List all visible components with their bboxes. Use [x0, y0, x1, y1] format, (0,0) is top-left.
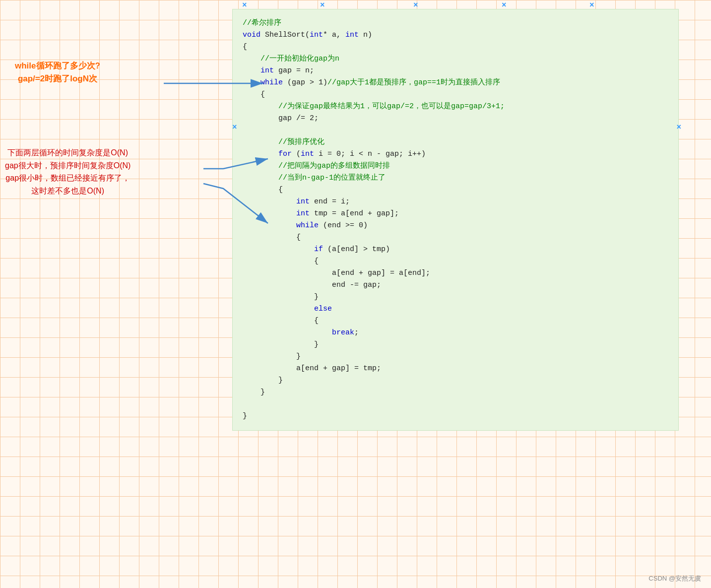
code-line-7: {: [243, 89, 668, 101]
code-line-26: {: [243, 315, 668, 327]
annotations-panel: while循环跑了多少次? gap/=2时跑了logN次 下面两层循环的时间复杂…: [0, 0, 232, 588]
code-line-9: gap /= 2;: [243, 113, 668, 125]
code-line-31: }: [243, 375, 668, 387]
x-mark-4: ×: [502, 1, 507, 10]
code-line-13: //把间隔为gap的多组数据同时排: [243, 160, 668, 172]
complexity-annotation: 下面两层循环的时间复杂度是O(N) gap很大时，预排序时间复杂度O(N) ga…: [5, 146, 130, 197]
x-mark-2: ×: [320, 1, 325, 10]
while-line1: while循环跑了多少次?: [15, 60, 100, 72]
code-line-1: //希尔排序: [243, 17, 668, 29]
code-line-3: {: [243, 41, 668, 53]
watermark: CSDN @安然无虞: [648, 574, 701, 583]
complexity-line3: gap很小时，数组已经接近有序了，: [5, 172, 130, 185]
code-line-10: [243, 125, 668, 136]
code-line-28: }: [243, 339, 668, 351]
code-block: //希尔排序 void ShellSort(int* a, int n) { /…: [232, 9, 679, 431]
code-line-25: else: [243, 303, 668, 315]
code-line-12: for (int i = 0; i < n - gap; i++): [243, 148, 668, 160]
x-mark-3: ×: [413, 1, 418, 10]
code-line-33: [243, 398, 668, 410]
code-line-6: while (gap > 1)//gap大于1都是预排序，gap==1时为直接插…: [243, 77, 668, 89]
code-line-22: a[end + gap] = a[end];: [243, 267, 668, 279]
code-line-29: }: [243, 351, 668, 363]
code-line-20: if (a[end] > tmp): [243, 244, 668, 256]
code-line-34: }: [243, 410, 668, 422]
x-mark-5: ×: [589, 1, 594, 10]
x-mark-1: ×: [242, 1, 247, 10]
code-line-2: void ShellSort(int* a, int n): [243, 29, 668, 41]
code-line-4: //一开始初始化gap为n: [243, 53, 668, 65]
complexity-line2: gap很大时，预排序时间复杂度O(N): [5, 159, 130, 172]
code-line-17: int tmp = a[end + gap];: [243, 208, 668, 220]
code-line-21: {: [243, 256, 668, 267]
code-line-5: int gap = n;: [243, 65, 668, 77]
while-annotation: while循环跑了多少次? gap/=2时跑了logN次: [15, 60, 100, 85]
code-line-27: break;: [243, 327, 668, 339]
code-line-18: while (end >= 0): [243, 220, 668, 232]
code-line-32: }: [243, 387, 668, 398]
code-line-11: //预排序优化: [243, 136, 668, 148]
code-line-14: //当到n-gap-1的位置就终止了: [243, 172, 668, 184]
complexity-line1: 下面两层循环的时间复杂度是O(N): [5, 146, 130, 159]
code-line-19: {: [243, 232, 668, 244]
code-line-23: end -= gap;: [243, 279, 668, 291]
x-mark-side-right: ×: [676, 123, 681, 132]
while-line2: gap/=2时跑了logN次: [15, 72, 100, 85]
code-line-30: a[end + gap] = tmp;: [243, 363, 668, 375]
code-line-8: //为保证gap最终结果为1，可以gap/=2，也可以是gap=gap/3+1;: [243, 101, 668, 113]
code-line-15: {: [243, 184, 668, 196]
x-mark-side-left: ×: [232, 123, 237, 132]
code-line-16: int end = i;: [243, 196, 668, 208]
x-markers-top: × × × × ×: [0, 0, 711, 10]
code-line-24: }: [243, 291, 668, 303]
complexity-line4: 这时差不多也是O(N): [5, 185, 130, 197]
